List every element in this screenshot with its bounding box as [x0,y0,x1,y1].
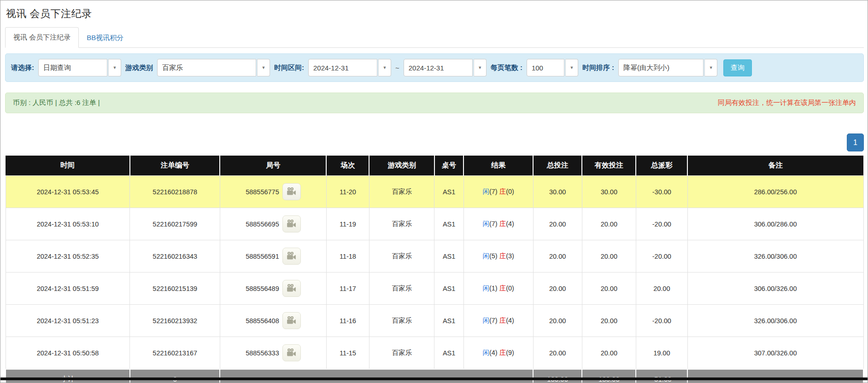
col-payout: 总派彩 [636,156,687,176]
player-score: (7) [489,188,498,195]
cell-table-no: AS1 [434,273,463,305]
cell-time: 2024-12-31 05:51:59 [6,273,130,305]
game-type-value: 百家乐 [157,59,256,76]
banker-result-label: 庄 [499,284,506,292]
video-replay-button[interactable] [282,215,301,232]
tab-betting-records[interactable]: 视讯 会员下注纪录 [5,27,79,48]
date-to-value: 2024-12-31 [404,59,473,76]
cell-game-type: 百家乐 [369,305,434,337]
col-time: 时间 [6,156,130,176]
table-row: 2024-12-31 05:53:10 522160217599 5885566… [6,208,863,240]
banker-result-label: 庄 [499,188,506,195]
cell-payout: 20.00 [636,273,687,305]
cell-session: 11-19 [326,208,369,240]
game-type-select[interactable]: 百家乐 ▼ [157,59,270,76]
bottom-edge-bar [0,377,868,380]
cell-bet-id: 522160218878 [130,176,220,208]
summary-valid-bet: 130.00 [582,369,636,383]
date-to-select[interactable]: 2024-12-31 ▼ [404,59,487,76]
banker-score: (4) [506,220,514,227]
chevron-down-icon[interactable]: ▼ [257,59,270,76]
col-table-no: 桌号 [434,156,463,176]
chevron-down-icon[interactable]: ▼ [108,59,121,76]
banker-result-label: 庄 [499,252,506,260]
video-replay-button[interactable] [282,312,301,329]
cell-bet-id: 522160217599 [130,208,220,240]
cell-payout: 19.00 [636,337,687,370]
cell-result: 闲(1) 庄(0) [463,273,533,305]
query-type-select[interactable]: 日期查询 ▼ [38,59,121,76]
banker-score: (3) [506,252,514,260]
currency-total-text: 币别 : 人民币 | 总共 :6 注单 | [13,99,100,107]
cell-time: 2024-12-31 05:50:58 [6,337,130,370]
cell-result: 闲(5) 庄(3) [463,240,533,273]
round-id-text: 588556333 [246,349,279,357]
col-result: 结果 [463,156,533,176]
cell-time: 2024-12-31 05:52:35 [6,240,130,273]
summary-total-bet: 130.00 [533,369,582,383]
per-page-value: 100 [527,59,564,76]
query-type-label: 请选择: [11,64,34,72]
banker-result-label: 庄 [499,317,506,324]
chevron-down-icon[interactable]: ▼ [704,59,717,76]
cell-valid-bet: 20.00 [582,208,636,240]
page-1-button[interactable]: 1 [847,133,864,151]
banker-score: (0) [506,188,514,195]
round-id-text: 588556408 [246,317,279,325]
cell-session: 11-15 [326,337,369,370]
cell-time: 2024-12-31 05:53:45 [6,176,130,208]
cell-total-bet: 20.00 [533,273,582,305]
summary-label: 小计 [6,369,130,383]
app-window: 视讯 会员下注纪录 视讯 会员下注纪录 BB视讯积分 请选择: 日期查询 ▼ 游… [0,0,868,383]
cell-session: 11-20 [326,176,369,208]
player-score: (7) [489,317,498,324]
summary-row: 小计 6 130.00 130.00 -51.00 [6,369,863,383]
video-replay-button[interactable] [282,248,301,265]
cell-valid-bet: 20.00 [582,305,636,337]
cell-valid-bet: 20.00 [582,273,636,305]
player-score: (7) [489,220,498,227]
cell-round-id: 588556408 [220,305,326,337]
video-replay-button[interactable] [282,280,301,297]
per-page-select[interactable]: 100 ▼ [527,59,578,76]
tab-bb-video-points[interactable]: BB视讯积分 [79,28,131,48]
summary-count: 6 [130,369,220,383]
cell-total-bet: 20.00 [533,208,582,240]
round-id-text: 588556591 [246,253,279,260]
cell-game-type: 百家乐 [369,273,434,305]
round-id-text: 588556695 [246,221,279,228]
cell-result: 闲(7) 庄(4) [463,305,533,337]
sort-select[interactable]: 降幂(由大到小) ▼ [618,59,717,76]
video-camera-icon [286,315,297,326]
cell-time: 2024-12-31 05:53:10 [6,208,130,240]
player-result-label: 闲 [482,220,489,227]
video-replay-button[interactable] [282,344,301,361]
date-from-select[interactable]: 2024-12-31 ▼ [308,59,391,76]
cell-bet-id: 522160216343 [130,240,220,273]
tab-bar: 视讯 会员下注纪录 BB视讯积分 [5,27,864,48]
video-camera-icon [286,186,297,197]
cell-table-no: AS1 [434,176,463,208]
video-replay-button[interactable] [282,183,301,200]
banker-result-label: 庄 [499,349,506,356]
player-result-label: 闲 [482,252,489,260]
cell-table-no: AS1 [434,208,463,240]
cell-remark: 306.00/286.00 [687,208,863,240]
cell-total-bet: 20.00 [533,337,582,370]
cell-result: 闲(7) 庄(0) [463,176,533,208]
round-id-text: 588556489 [246,285,279,292]
chevron-down-icon[interactable]: ▼ [378,59,391,76]
betting-records-table: 时间 注单编号 局号 场次 游戏类别 桌号 结果 总投注 有效投注 总派彩 备注… [5,156,864,383]
cell-remark: 306.00/326.00 [687,273,863,305]
summary-remark [687,369,863,383]
col-bet-id: 注单编号 [130,156,220,176]
pagination: 1 [5,133,864,151]
cell-result: 闲(4) 庄(9) [463,337,533,370]
banker-score: (9) [506,349,514,356]
search-button[interactable]: 查询 [723,59,752,76]
chevron-down-icon[interactable]: ▼ [474,59,487,76]
cell-game-type: 百家乐 [369,176,434,208]
col-total-bet: 总投注 [533,156,582,176]
cell-game-type: 百家乐 [369,337,434,370]
chevron-down-icon[interactable]: ▼ [565,59,578,76]
